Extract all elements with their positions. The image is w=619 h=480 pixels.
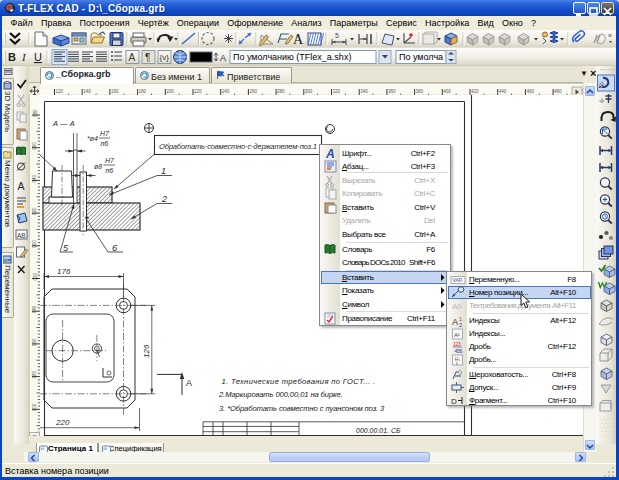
svg-text:5: 5 xyxy=(335,32,339,39)
svg-text:2.Маркировать 000,00,01 на бир: 2.Маркировать 000,00,01 на бирке. xyxy=(218,390,343,399)
svg-text:*ø4: *ø4 xyxy=(87,135,98,142)
svg-text:I: I xyxy=(21,51,27,63)
svg-text:1. Технические требования по Г: 1. Технические требования по ГОСТ... . xyxy=(222,377,376,386)
svg-text:080: 080 xyxy=(33,109,38,117)
svg-text:VAR: VAR xyxy=(453,277,463,283)
svg-text:B: B xyxy=(8,51,16,63)
svg-text:6: 6 xyxy=(112,243,117,253)
svg-text:400: 400 xyxy=(443,89,451,94)
svg-text:A¹: A¹ xyxy=(454,331,460,337)
svg-text:080: 080 xyxy=(33,371,38,379)
svg-text:A: A xyxy=(220,53,226,63)
svg-text:п6: п6 xyxy=(106,167,114,174)
svg-text:A: A xyxy=(293,32,304,47)
svg-text:280: 280 xyxy=(277,89,285,94)
svg-text:140: 140 xyxy=(83,89,91,94)
svg-text:А: А xyxy=(186,378,192,388)
svg-text:A: A xyxy=(325,147,334,160)
svg-text:460: 460 xyxy=(526,89,534,94)
svg-text:2: 2 xyxy=(161,194,167,204)
svg-text:300: 300 xyxy=(305,89,313,94)
svg-text:п6: п6 xyxy=(101,140,109,147)
svg-text:D: D xyxy=(451,397,457,406)
svg-text:1: 1 xyxy=(161,166,166,176)
svg-text:440: 440 xyxy=(499,89,507,94)
svg-text:020: 020 xyxy=(33,207,38,215)
svg-text:U: U xyxy=(34,51,42,63)
svg-text:126: 126 xyxy=(142,344,151,358)
svg-text:A: A xyxy=(452,317,458,327)
svg-text:По умолчанию (TFlex_a.shx): По умолчанию (TFlex_a.shx) xyxy=(233,52,351,62)
svg-text:260: 260 xyxy=(249,89,257,94)
svg-text:x=: x= xyxy=(4,257,11,263)
svg-text:{v}: {v} xyxy=(160,53,170,62)
svg-text:000: 000 xyxy=(33,240,38,248)
svg-text:200: 200 xyxy=(166,89,174,94)
svg-text:340: 340 xyxy=(360,89,368,94)
svg-text:220: 220 xyxy=(194,89,202,94)
svg-text:160: 160 xyxy=(111,89,119,94)
svg-text:A: A xyxy=(129,52,136,63)
svg-text:H7: H7 xyxy=(105,157,115,164)
svg-text:000.00.01. СБ: 000.00.01. СБ xyxy=(356,427,401,434)
svg-text:020: 020 xyxy=(33,272,38,280)
svg-text:420: 420 xyxy=(471,89,479,94)
svg-text:H7: H7 xyxy=(100,130,110,137)
svg-text:180: 180 xyxy=(139,89,147,94)
svg-text:100: 100 xyxy=(33,403,38,411)
svg-text:360: 360 xyxy=(388,89,396,94)
svg-text:»: » xyxy=(608,32,612,39)
svg-text:3. *Обработать совместно с пуа: 3. *Обработать совместно с пуансоном поз… xyxy=(219,404,385,413)
svg-text:380: 380 xyxy=(416,89,424,94)
svg-text:Обработать·совместно·с·держате: Обработать·совместно·с·держателем·поз.1 xyxy=(159,142,317,151)
svg-text:040: 040 xyxy=(33,174,38,182)
svg-text:040: 040 xyxy=(33,305,38,313)
svg-text:A: A xyxy=(18,180,25,192)
svg-text:060: 060 xyxy=(33,142,38,150)
svg-text:176: 176 xyxy=(57,267,71,276)
svg-text:ø8: ø8 xyxy=(94,163,102,170)
svg-text:Aб: Aб xyxy=(452,302,462,311)
svg-text:480: 480 xyxy=(554,89,562,94)
svg-text:060: 060 xyxy=(33,338,38,346)
svg-text:5: 5 xyxy=(63,243,69,253)
svg-text:По умолча: По умолча xyxy=(399,52,443,62)
svg-text:AB: AB xyxy=(17,232,26,239)
svg-text:123: 123 xyxy=(453,341,461,347)
svg-text:120: 120 xyxy=(56,89,64,94)
svg-text:240: 240 xyxy=(222,89,230,94)
svg-text:¶: ¶ xyxy=(145,52,150,63)
svg-text:А — А: А — А xyxy=(52,119,75,128)
svg-text:220: 220 xyxy=(55,418,70,427)
svg-text:320: 320 xyxy=(333,89,341,94)
